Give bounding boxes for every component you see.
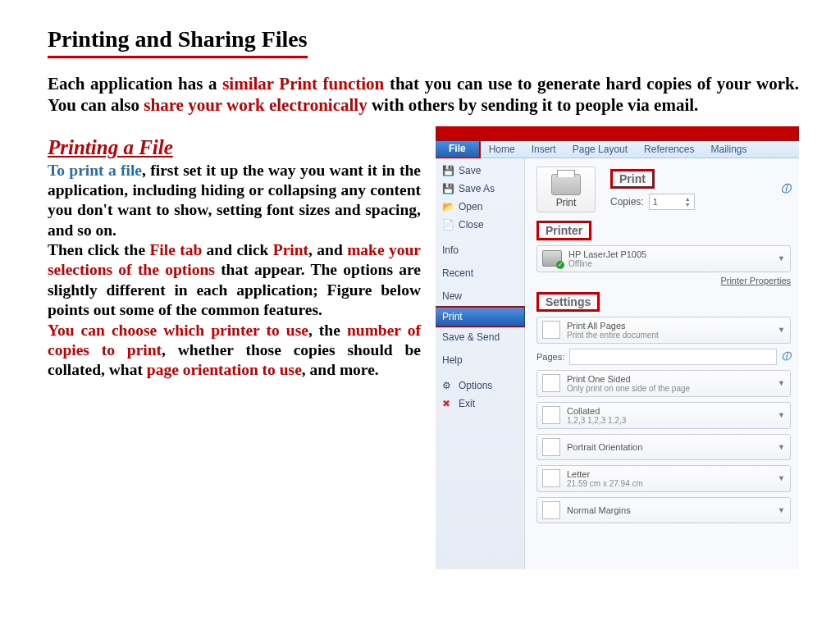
word-print-screenshot: File Home Insert Page Layout References …: [436, 126, 799, 569]
title-bar-highlight: [436, 126, 799, 141]
menu-save-as[interactable]: 💾Save As: [436, 180, 524, 198]
collated-dropdown[interactable]: Collated 1,2,3 1,2,3 1,2,3 ▼: [536, 402, 791, 429]
file-backstage-menu: 💾Save 💾Save As 📂Open 📄Close Info Recent …: [436, 158, 525, 569]
print-range-dropdown[interactable]: Print All Pages Print the entire documen…: [536, 317, 791, 344]
body-red-printer: You can choose which printer to use: [48, 322, 308, 339]
exit-icon: ✖: [442, 398, 454, 409]
body-red-file: File tab: [149, 241, 202, 258]
print-heading-highlight: Print: [610, 169, 655, 189]
tab-home[interactable]: Home: [481, 141, 523, 158]
copies-label: Copies:: [610, 196, 644, 208]
copies-spinner[interactable]: 1 ▲▼: [649, 194, 695, 210]
menu-recent[interactable]: Recent: [436, 262, 524, 285]
menu-save-label: Save: [459, 165, 481, 176]
printer-properties-link[interactable]: Printer Properties: [536, 276, 791, 285]
menu-help[interactable]: Help: [436, 349, 524, 372]
print-all-label: Print All Pages: [567, 321, 659, 331]
pages-icon: [542, 321, 560, 339]
intro-text-1: Each application has a: [48, 74, 222, 94]
pages-input[interactable]: [569, 349, 777, 365]
printer-dropdown[interactable]: HP LaserJet P1005 Offline ▼: [536, 245, 791, 272]
copies-value: 1: [653, 197, 658, 207]
chevron-down-icon: ▼: [778, 326, 785, 334]
save-as-icon: 💾: [442, 183, 454, 194]
margins-label: Normal Margins: [567, 505, 631, 515]
body-red-orientation: page orientation to use: [147, 361, 302, 378]
printer-icon: [551, 174, 581, 195]
menu-options-label: Options: [459, 380, 492, 391]
options-icon: ⚙: [442, 380, 454, 391]
menu-save-send[interactable]: Save & Send: [436, 326, 524, 349]
intro-paragraph: Each application has a similar Print fun…: [48, 73, 799, 116]
paper-size-dropdown[interactable]: Letter 21.59 cm x 27.94 cm ▼: [536, 465, 791, 492]
body-text-3a: , the: [308, 322, 347, 339]
body-text-3c: , and more.: [302, 361, 379, 378]
printer-name: HP LaserJet P1005: [568, 249, 646, 259]
menu-save[interactable]: 💾Save: [436, 162, 524, 180]
menu-info[interactable]: Info: [436, 239, 524, 262]
body-red-print: Print: [273, 241, 308, 258]
info-icon[interactable]: ⓘ: [782, 350, 791, 363]
page-title: Printing and Sharing Files: [48, 26, 308, 58]
printer-device-icon: [542, 250, 562, 267]
tab-page-layout[interactable]: Page Layout: [564, 141, 636, 158]
chevron-down-icon: ▼: [778, 474, 785, 482]
body-text-2a: Then click the: [48, 241, 149, 258]
one-sided-label: Print One Sided: [567, 374, 690, 384]
paper-size-label: Letter: [567, 469, 643, 479]
chevron-down-icon: ▼: [778, 506, 785, 514]
save-icon: 💾: [442, 165, 454, 176]
menu-exit-label: Exit: [459, 398, 475, 409]
printer-status: Offline: [568, 259, 646, 268]
portrait-icon: [542, 438, 560, 456]
print-all-sub: Print the entire document: [567, 331, 659, 340]
menu-exit[interactable]: ✖Exit: [436, 395, 524, 413]
intro-highlight-1: similar Print function: [222, 74, 384, 94]
body-text-2b: and click: [202, 241, 273, 258]
menu-print[interactable]: Print: [436, 306, 526, 327]
collated-label: Collated: [567, 406, 626, 416]
info-icon[interactable]: ⓘ: [781, 182, 791, 196]
menu-print-label: Print: [442, 311, 463, 322]
section-heading-printing: Printing a File: [48, 136, 421, 159]
margins-icon: [542, 501, 560, 519]
print-button[interactable]: Print: [536, 167, 596, 212]
tab-mailings[interactable]: Mailings: [702, 141, 755, 158]
open-icon: 📂: [442, 201, 454, 212]
intro-text-3: with others by sending it to people via …: [368, 95, 699, 115]
printer-heading-highlight: Printer: [536, 221, 591, 240]
letter-icon: [542, 469, 560, 487]
body-paragraph: To print a file, first set it up the way…: [48, 161, 421, 381]
menu-close[interactable]: 📄Close: [436, 216, 524, 234]
close-icon: 📄: [442, 219, 454, 231]
collated-icon: [542, 406, 560, 424]
one-sided-icon: [542, 374, 560, 392]
one-sided-sub: Only print on one side of the page: [567, 384, 690, 393]
tab-references[interactable]: References: [636, 141, 702, 158]
menu-close-label: Close: [459, 219, 484, 231]
chevron-down-icon: ▼: [778, 254, 785, 262]
print-button-label: Print: [541, 197, 591, 208]
orientation-label: Portrait Orientation: [567, 442, 642, 452]
paper-size-sub: 21.59 cm x 27.94 cm: [567, 479, 643, 488]
body-blue-lead: To print a file: [48, 162, 142, 179]
intro-highlight-2: share your work electronically: [144, 95, 367, 115]
collated-sub: 1,2,3 1,2,3 1,2,3: [567, 416, 626, 425]
chevron-down-icon: ▼: [778, 379, 785, 387]
one-sided-dropdown[interactable]: Print One Sided Only print on one side o…: [536, 370, 791, 397]
ribbon-tabs: File Home Insert Page Layout References …: [436, 141, 799, 158]
menu-open[interactable]: 📂Open: [436, 198, 524, 216]
print-settings-panel: Print Print Copies: 1 ▲▼: [525, 158, 799, 569]
margins-dropdown[interactable]: Normal Margins ▼: [536, 497, 791, 523]
menu-options[interactable]: ⚙Options: [436, 377, 524, 395]
tab-insert[interactable]: Insert: [523, 141, 564, 158]
menu-open-label: Open: [459, 201, 482, 212]
menu-save-as-label: Save As: [459, 183, 495, 194]
menu-new[interactable]: New: [436, 285, 524, 308]
tab-file[interactable]: File: [436, 139, 481, 159]
orientation-dropdown[interactable]: Portrait Orientation ▼: [536, 434, 791, 460]
pages-label: Pages:: [536, 352, 564, 362]
spinner-arrows-icon[interactable]: ▲▼: [685, 196, 691, 208]
body-text-2c: , and: [308, 241, 347, 258]
chevron-down-icon: ▼: [778, 411, 785, 419]
